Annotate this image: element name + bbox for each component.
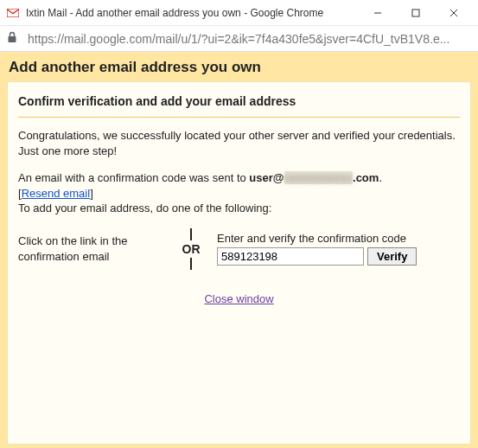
- subheader: Confirm verification and add your email …: [18, 94, 460, 108]
- sent-block: An email with a confirmation code was se…: [18, 170, 460, 216]
- sent-user: user@: [249, 171, 284, 184]
- sent-suffix: .com: [353, 171, 379, 184]
- minimize-button[interactable]: [359, 1, 397, 25]
- page-title: Add another email address you own: [0, 52, 478, 81]
- verify-button[interactable]: Verify: [367, 247, 417, 266]
- option-verify-code: Enter and verify the confirmation code V…: [208, 232, 460, 266]
- resend-email-link[interactable]: Resend email: [22, 187, 91, 200]
- url-text: https://mail.google.com/mail/u/1/?ui=2&i…: [28, 32, 471, 46]
- confirmation-code-input[interactable]: [217, 247, 364, 266]
- page-body: Add another email address you own Confir…: [0, 52, 478, 448]
- svg-rect-5: [9, 36, 16, 42]
- instruction-text: To add your email address, do one of the…: [18, 202, 271, 214]
- options-row: Click on the link in the confirmation em…: [18, 228, 460, 270]
- verify-label-text: Enter and verify the confirmation code: [217, 232, 460, 245]
- window-titlebar: Ixtin Mail - Add another email address y…: [0, 0, 478, 26]
- divider: [18, 117, 460, 118]
- address-bar[interactable]: https://mail.google.com/mail/u/1/?ui=2&i…: [0, 26, 478, 52]
- content-panel: Confirm verification and add your email …: [7, 81, 471, 445]
- svg-rect-2: [412, 10, 419, 16]
- sent-domain-obscured: xxxxxxxxxxx: [284, 171, 354, 184]
- or-label: OR: [182, 242, 201, 256]
- close-window-link[interactable]: Close window: [204, 292, 273, 305]
- maximize-button[interactable]: [397, 1, 435, 25]
- gmail-icon: [5, 5, 21, 21]
- window-title: Ixtin Mail - Add another email address y…: [26, 7, 359, 19]
- lock-icon: [7, 31, 21, 46]
- close-button[interactable]: [435, 1, 473, 25]
- option-click-link: Click on the link in the confirmation em…: [18, 234, 174, 264]
- or-separator: OR: [174, 228, 208, 270]
- sent-prefix: An email with a confirmation code was se…: [18, 171, 249, 184]
- congrats-text: Congratulations, we successfully located…: [18, 128, 460, 158]
